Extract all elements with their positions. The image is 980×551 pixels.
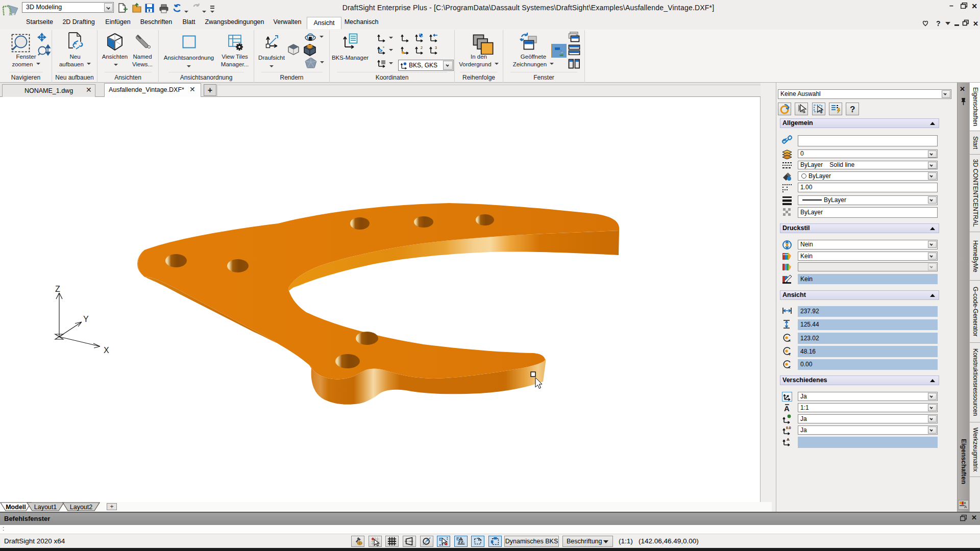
svg-text:E: E bbox=[456, 536, 459, 541]
svg-text:Layout1: Layout1 bbox=[34, 504, 57, 511]
svg-text:2: 2 bbox=[421, 46, 423, 49]
svg-text:✕: ✕ bbox=[973, 20, 978, 28]
svg-text:x: x bbox=[383, 45, 384, 48]
svg-text:X: X bbox=[104, 346, 109, 355]
svg-text:E: E bbox=[439, 537, 442, 542]
svg-text:Z: Z bbox=[55, 285, 60, 293]
svg-text:?: ? bbox=[850, 105, 855, 114]
svg-text:y: y bbox=[789, 352, 791, 356]
svg-text:z: z bbox=[789, 365, 791, 369]
svg-text:x: x bbox=[789, 338, 791, 342]
svg-text:3: 3 bbox=[435, 46, 437, 49]
svg-text:Modell: Modell bbox=[6, 504, 26, 511]
svg-text:Layout2: Layout2 bbox=[70, 504, 93, 511]
svg-text:?: ? bbox=[936, 19, 941, 27]
svg-text:A: A bbox=[964, 505, 967, 509]
svg-text:A: A bbox=[784, 404, 790, 413]
svg-text:Y: Y bbox=[83, 315, 89, 323]
svg-text:0.0: 0.0 bbox=[786, 426, 791, 430]
svg-text:A: A bbox=[787, 437, 790, 442]
